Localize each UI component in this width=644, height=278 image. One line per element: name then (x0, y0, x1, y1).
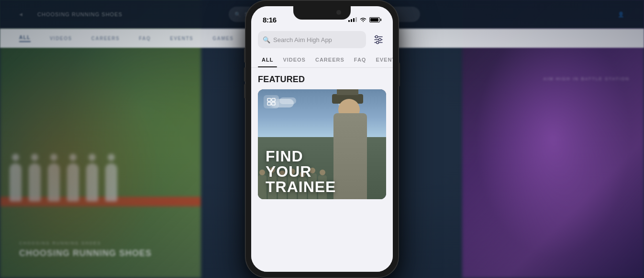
drill-sergeant-body (333, 113, 367, 199)
phone-device: 8:16 (245, 0, 399, 278)
bg-tab-events: EVENTS (170, 36, 193, 41)
status-icons (348, 17, 381, 22)
bg-nav-icon: 👤 (618, 11, 625, 18)
search-area: 🔍 Search Aim High App (251, 27, 393, 53)
bg-nav-item: ◀ (19, 12, 23, 17)
search-icon: 🔍 (263, 36, 270, 43)
bg-tab-faq: FAQ (139, 36, 151, 41)
runner-figure (105, 163, 117, 202)
nav-tabs: ALL VIDEOS CAREERS FAQ EVENTS GAMES (251, 53, 393, 68)
status-time: 8:16 (263, 16, 277, 24)
bg-tab-all: ALL (19, 35, 31, 42)
card-title-line1: FIND (266, 149, 336, 164)
runner-figure (86, 163, 98, 202)
runner-figure (48, 163, 60, 202)
phone-wrapper: 8:16 (245, 0, 399, 278)
tab-events[interactable]: EVENTS (372, 53, 393, 67)
bg-right-event-sub: AIM HIGH IN BATTLE STATION (543, 76, 630, 81)
wifi-icon (359, 17, 367, 22)
tab-all[interactable]: ALL (258, 53, 277, 67)
bg-left-sub: CHOOSING RUNNING SHOES (19, 241, 152, 246)
card-text-overlay: FIND YOUR TRAINEE (266, 149, 336, 194)
card-title-line3: TRAINEE (266, 179, 336, 194)
featured-card[interactable]: FIND YOUR TRAINEE (258, 89, 386, 199)
notch (293, 6, 351, 20)
signal-icon (348, 17, 357, 22)
bg-tab-games: GAMES (212, 36, 233, 41)
svg-point-5 (377, 42, 379, 44)
status-bar: 8:16 (251, 6, 393, 27)
bg-left-overlay: CHOOSING RUNNING SHOES CHOOSING RUNNING … (19, 241, 152, 259)
card-title-line2: YOUR (266, 164, 336, 179)
svg-rect-7 (272, 98, 275, 101)
svg-point-1 (376, 36, 378, 38)
bg-left-main: CHOOSING RUNNING SHOES (19, 248, 152, 259)
search-bar[interactable]: 🔍 Search Aim High App (258, 31, 366, 48)
tab-videos[interactable]: VIDEOS (279, 53, 310, 67)
bg-nav-label: CHOOSING RUNNING SHOES (37, 11, 122, 17)
runner-figure (67, 163, 79, 202)
filter-icon[interactable] (371, 32, 386, 47)
battery-icon (369, 17, 381, 22)
runners (10, 106, 201, 202)
phone-screen: 8:16 (251, 6, 393, 272)
bg-tab-videos: VIDEOS (50, 36, 72, 41)
search-placeholder-text: Search Aim High App (273, 36, 332, 43)
main-content: FEATURED (251, 68, 393, 272)
tab-careers[interactable]: CAREERS (311, 53, 348, 67)
runner-figure (10, 163, 22, 202)
bg-tab-careers: CAREERS (91, 36, 120, 41)
tab-faq[interactable]: FAQ (350, 53, 370, 67)
notch-camera (336, 10, 341, 15)
track-line (0, 197, 201, 206)
featured-label: FEATURED (251, 68, 393, 89)
svg-rect-9 (272, 102, 275, 105)
runner-figure (29, 163, 41, 202)
card-featured-icon (264, 95, 279, 108)
bg-right-event: AIM HIGH IN BATTLE STATION (543, 76, 630, 81)
svg-rect-6 (267, 98, 271, 101)
svg-rect-8 (267, 102, 271, 105)
svg-point-3 (379, 39, 381, 41)
